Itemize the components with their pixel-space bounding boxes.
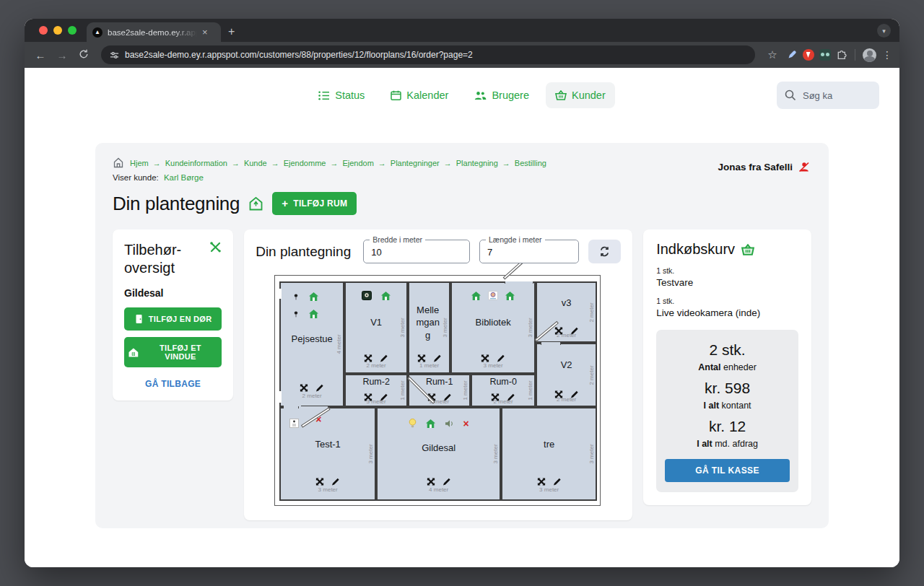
- house-green-icon[interactable]: [309, 292, 318, 301]
- breadcrumb-link[interactable]: Ejendom: [342, 159, 373, 167]
- forward-button[interactable]: →: [53, 49, 71, 61]
- room-mellemgang[interactable]: Mellemgang 3 meter 1 meter: [408, 281, 450, 374]
- cart-item-name: Live videokamera (inde): [656, 307, 798, 318]
- profile-avatar[interactable]: [863, 48, 876, 62]
- floorplan-canvas[interactable]: Pejsestue 4 meter 2 meter: [274, 275, 601, 506]
- remove-icon[interactable]: ×: [463, 420, 469, 427]
- tab-strip: ▲ base2sale-demo.ey.r.appspo × + ▾: [25, 19, 899, 42]
- move-room-icon[interactable]: [536, 477, 546, 486]
- room-name: v3: [539, 297, 594, 310]
- viewing-label: Viser kunde:: [113, 173, 159, 182]
- tab-close-icon[interactable]: ×: [202, 27, 208, 37]
- back-button[interactable]: ←: [32, 49, 49, 61]
- minimize-window-button[interactable]: [53, 26, 62, 35]
- room-rum-1[interactable]: Rum-1 1 meter 2 meter: [408, 374, 471, 407]
- room-pejsestue[interactable]: Pejsestue 4 meter 2 meter: [279, 281, 344, 407]
- house-green-icon[interactable]: [381, 292, 391, 300]
- browser-window: ▲ base2sale-demo.ey.r.appspo × + ▾ ← → b…: [25, 19, 899, 567]
- nav-item-kalender[interactable]: Kalender: [381, 82, 458, 108]
- breadcrumb-separator: →: [153, 159, 161, 167]
- adblock-extension-icon[interactable]: [802, 49, 814, 61]
- room-height-label: 3 meter: [399, 318, 406, 337]
- door-mini-icon: [294, 294, 298, 300]
- webcam-icon[interactable]: [488, 291, 498, 300]
- move-room-icon[interactable]: [315, 477, 325, 486]
- customer-name-link[interactable]: Karl Børge: [164, 173, 204, 182]
- room-height-label: 1 meter: [527, 380, 533, 400]
- nav-label: Kalender: [406, 89, 448, 101]
- room-width-label: 3 meter: [539, 486, 559, 493]
- wall-opening: [279, 391, 282, 403]
- house-green-icon[interactable]: [471, 292, 481, 300]
- edit-room-icon[interactable]: [442, 477, 451, 486]
- device-icon[interactable]: [289, 419, 299, 428]
- add-room-label: TILFØJ RUM: [293, 198, 347, 209]
- nav-item-brugere[interactable]: Brugere: [465, 82, 539, 108]
- room-v2[interactable]: V2 2 meter 2 meter: [536, 343, 597, 407]
- room-test-1[interactable]: × Test-1 3 meter 3 meter: [279, 407, 376, 501]
- room-v1[interactable]: V1 3 meter 2 meter: [344, 281, 408, 374]
- house-green-icon[interactable]: [505, 292, 515, 300]
- move-room-icon[interactable]: [300, 383, 309, 393]
- total-units-label: Antal enheder: [665, 362, 790, 372]
- add-room-button[interactable]: + TILFØJ RUM: [272, 192, 357, 215]
- tab-search-button[interactable]: ▾: [877, 24, 891, 38]
- bookmark-star-icon[interactable]: ☆: [764, 48, 781, 61]
- search-input[interactable]: [803, 90, 868, 101]
- checkout-button[interactable]: GÅ TIL KASSE: [665, 459, 790, 482]
- breadcrumb-separator: →: [271, 159, 279, 167]
- speaker-icon[interactable]: [445, 419, 454, 428]
- toolbar-divider: [855, 49, 855, 61]
- face-extension-icon[interactable]: [819, 49, 831, 61]
- refresh-plan-button[interactable]: [588, 240, 621, 263]
- breadcrumb-link[interactable]: Kunde: [244, 159, 267, 167]
- cart-summary: 2 stk. Antal enheder kr. 598 I alt konta…: [656, 330, 798, 492]
- house-green-icon[interactable]: [309, 310, 318, 318]
- room-name: Gildesal: [379, 442, 498, 455]
- breadcrumb-separator: →: [378, 159, 386, 167]
- go-back-link[interactable]: GÅ TILBAGE: [124, 379, 222, 389]
- breadcrumb-link[interactable]: Hjem: [130, 159, 149, 167]
- nav-item-status[interactable]: Status: [309, 82, 374, 108]
- room-width-label: 1 meter: [419, 362, 439, 369]
- close-window-button[interactable]: [39, 26, 48, 35]
- lightbulb-icon[interactable]: [409, 419, 417, 428]
- new-tab-button[interactable]: +: [228, 25, 235, 38]
- extensions-puzzle-icon[interactable]: [835, 49, 847, 61]
- room-tre[interactable]: tre 3 meter 3 meter: [501, 407, 597, 501]
- camera-icon[interactable]: [362, 291, 372, 300]
- breadcrumb-separator: →: [330, 159, 338, 167]
- room-height-label: 2 meter: [588, 302, 595, 322]
- zoom-window-button[interactable]: [68, 26, 77, 35]
- status-list-icon: [318, 91, 330, 100]
- room-rum-2[interactable]: Rum-2 1 meter 3 meter: [344, 374, 408, 407]
- add-door-button[interactable]: TILFØJ EN DØR: [124, 307, 222, 331]
- breadcrumb-link[interactable]: Plantegning: [456, 159, 498, 167]
- current-user[interactable]: Jonas fra Safelli: [718, 162, 810, 172]
- browser-tab[interactable]: ▲ base2sale-demo.ey.r.appspo ×: [87, 22, 221, 42]
- room-bibliotek[interactable]: Bibliotek 3 meter 3 meter: [450, 281, 536, 374]
- users-icon: [474, 91, 487, 100]
- edit-room-icon[interactable]: [552, 477, 562, 486]
- eyedropper-extension-icon[interactable]: [785, 49, 798, 61]
- breadcrumb-link[interactable]: Ejendomme: [284, 159, 326, 167]
- chrome-menu-icon[interactable]: ⋮: [882, 49, 892, 61]
- search-box[interactable]: [777, 82, 879, 109]
- door-mini-icon: [294, 311, 298, 318]
- add-window-button[interactable]: TILFØJ ET VINDUE: [124, 337, 222, 367]
- room-rum-0[interactable]: Rum-0 1 meter 2 meter: [471, 374, 536, 407]
- breadcrumb-link[interactable]: Plantegninger: [391, 159, 440, 167]
- room-gildesal[interactable]: × Gildesal 3 meter 4 meter: [376, 407, 501, 501]
- reload-button[interactable]: [75, 49, 92, 61]
- house-green-icon[interactable]: [426, 419, 435, 428]
- breadcrumb-link[interactable]: Kundeinformation: [165, 159, 227, 167]
- edit-room-icon[interactable]: [315, 383, 325, 393]
- nav-item-kunder[interactable]: Kunder: [546, 82, 615, 108]
- breadcrumb-link[interactable]: Bestilling: [515, 159, 546, 167]
- move-room-icon[interactable]: [426, 477, 435, 486]
- add-window-label: TILFØJ ET VINDUE: [144, 344, 217, 361]
- room-width-label: 2 meter: [367, 362, 386, 369]
- edit-room-icon[interactable]: [331, 477, 341, 486]
- logout-icon[interactable]: [798, 162, 810, 172]
- url-bar[interactable]: base2sale-demo.ey.r.appspot.com/customer…: [101, 45, 755, 64]
